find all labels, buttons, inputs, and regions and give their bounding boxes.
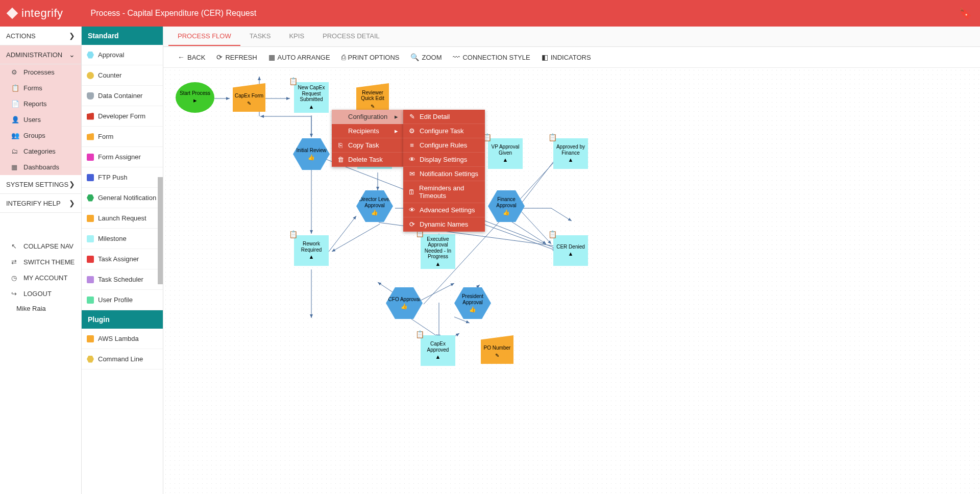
tool-label: FTP Push bbox=[98, 174, 128, 181]
tool-milestone[interactable]: Milestone bbox=[82, 229, 163, 249]
ctx-sub-dynamic-names[interactable]: ⟳Dynamic Names bbox=[403, 217, 485, 232]
node-reviewer-quick-edit[interactable]: 👥 Reviewer Quick Edit ✎ bbox=[356, 83, 389, 112]
node-capex-approved[interactable]: 📋 CapEx Approved ▲ bbox=[421, 335, 455, 366]
toolbar-connection-style[interactable]: 〰CONNECTION STYLE bbox=[453, 53, 530, 61]
tool-data-container[interactable]: Data Container bbox=[82, 86, 163, 106]
nav-item-label: LOGOUT bbox=[23, 290, 52, 298]
node-rework-required[interactable]: 📋 Rework Required ▲ bbox=[294, 235, 329, 266]
tool-task-scheduler[interactable]: Task Scheduler bbox=[82, 269, 163, 290]
users-icon: 👥 bbox=[351, 78, 360, 86]
sidebar-item-users[interactable]: 👤Users bbox=[0, 112, 81, 128]
process-canvas[interactable]: Start Process ▸ 👤 CapEx Form ✎ 📋 New Cap… bbox=[163, 68, 980, 494]
tool-ftp-push[interactable]: FTP Push bbox=[82, 167, 163, 188]
node-approved-by-finance[interactable]: 📋 Approved by Finance ▲ bbox=[553, 138, 588, 169]
sidebar-item-forms[interactable]: 📋Forms bbox=[0, 80, 81, 96]
chevron-down-icon: ⌄ bbox=[69, 51, 75, 59]
toolbar-zoom[interactable]: 🔍ZOOM bbox=[410, 53, 442, 61]
nav-icon: ↪ bbox=[11, 290, 19, 298]
bookmark-icon[interactable]: 🔖 bbox=[959, 7, 972, 19]
nav-section-actions[interactable]: ACTIONS ❯ bbox=[0, 27, 81, 45]
sidebar-item-dashboards[interactable]: ▦Dashboards bbox=[0, 159, 81, 175]
ctx-label: Display Settings bbox=[420, 156, 467, 163]
toolbar-auto-arrange[interactable]: ▦AUTO ARRANGE bbox=[268, 53, 330, 61]
current-user: Mike Raia bbox=[0, 302, 81, 315]
tab-process-detail[interactable]: PROCESS DETAIL bbox=[313, 27, 389, 46]
tool-command-line[interactable]: Command Line bbox=[82, 349, 163, 369]
tool-general-notification[interactable]: General Notification bbox=[82, 188, 163, 208]
sidebar-item-processes[interactable]: ⚙Processes bbox=[0, 64, 81, 80]
tool-aws-lambda[interactable]: AWS Lambda bbox=[82, 329, 163, 349]
tool-counter[interactable]: Counter bbox=[82, 65, 163, 86]
tool-form-assigner[interactable]: Form Assigner bbox=[82, 147, 163, 167]
node-finance-approval[interactable]: 👥 Finance Approval 👍 bbox=[488, 190, 525, 222]
node-vp-approval-given[interactable]: 📋 VP Approval Given ▲ bbox=[488, 138, 523, 169]
tool-approval[interactable]: Approval bbox=[82, 45, 163, 65]
sidebar-item-groups[interactable]: 👥Groups bbox=[0, 128, 81, 143]
ctx-label: Notification Settings bbox=[420, 170, 478, 178]
nav-section-system-settings[interactable]: SYSTEM SETTINGS ❯ bbox=[0, 175, 81, 194]
toolbar-back[interactable]: ←BACK bbox=[178, 53, 205, 61]
node-po-number[interactable]: 👥 PO Number ✎ bbox=[481, 335, 513, 364]
bottom-item-logout[interactable]: ↪LOGOUT bbox=[0, 286, 81, 302]
node-capex-form[interactable]: 👤 CapEx Form ✎ bbox=[233, 83, 265, 112]
chevron-right-icon: ▸ bbox=[395, 127, 398, 135]
ctx-sub-configure-task[interactable]: ⚙Configure Task bbox=[403, 124, 485, 138]
ctx-label: Copy Task bbox=[348, 141, 379, 149]
ctx-sub-reminders-and-timeouts[interactable]: 🗓Reminders and Timeouts bbox=[403, 181, 485, 203]
tab-kpis[interactable]: KPIS bbox=[280, 27, 313, 46]
tab-process-flow[interactable]: PROCESS FLOW bbox=[168, 27, 240, 46]
sidebar-item-reports[interactable]: 📄Reports bbox=[0, 96, 81, 112]
connectors bbox=[163, 68, 980, 494]
ctx-sub-edit-detail[interactable]: ✎Edit Detail bbox=[403, 110, 485, 124]
ctx-sub-advanced-settings[interactable]: 👁Advanced Settings bbox=[403, 203, 485, 217]
ctx-copy-task[interactable]: ⎘Copy Task bbox=[332, 138, 403, 153]
toolbar-refresh[interactable]: ⟳REFRESH bbox=[216, 53, 257, 61]
nav-icon: 👥 bbox=[11, 132, 19, 139]
tool-label: Form Assigner bbox=[98, 153, 141, 161]
tool-task-assigner[interactable]: Task Assigner bbox=[82, 249, 163, 269]
tool-icon bbox=[87, 356, 94, 363]
play-icon: ▸ bbox=[193, 97, 197, 105]
ctx-icon: 👁 bbox=[408, 206, 415, 214]
toolbar-icon: 〰 bbox=[453, 53, 460, 61]
brand-logo[interactable]: integrify bbox=[8, 7, 63, 20]
page-title: Process - Capital Expenditure (CER) Requ… bbox=[91, 9, 257, 18]
bottom-item-collapse-nav[interactable]: ↖COLLAPSE NAV bbox=[0, 238, 81, 254]
nav-icon: 🗂 bbox=[11, 147, 19, 155]
toolbar-icon: ◧ bbox=[542, 53, 548, 61]
scrollbar-thumb[interactable] bbox=[158, 177, 163, 284]
node-cfo-approval[interactable]: 👥 CFO Approval 👍 bbox=[386, 287, 423, 319]
toolbar-indicators[interactable]: ◧INDICATORS bbox=[542, 53, 591, 61]
node-director-approval[interactable]: 👥 Director Level Approval 👍 bbox=[356, 190, 393, 222]
tool-label: Form bbox=[98, 133, 113, 140]
toolbar-print-options[interactable]: ⎙PRINT OPTIONS bbox=[341, 53, 400, 61]
tool-label: Milestone bbox=[98, 235, 127, 242]
triangle-icon: ▲ bbox=[435, 354, 441, 360]
nav-item-label: Reports bbox=[23, 100, 47, 108]
node-cer-denied[interactable]: 📋 CER Denied ▲ bbox=[553, 235, 588, 266]
node-new-request-submitted[interactable]: 📋 New CapEx Request Submitted ▲ bbox=[294, 82, 329, 113]
ctx-label: Dynamic Names bbox=[420, 220, 468, 228]
bottom-item-my-account[interactable]: ◷MY ACCOUNT bbox=[0, 270, 81, 286]
tool-launch-request[interactable]: Launch Request bbox=[82, 208, 163, 229]
ctx-configuration[interactable]: Configuration▸ bbox=[332, 110, 403, 124]
ctx-recipients[interactable]: Recipients▸ bbox=[332, 124, 403, 138]
tool-developer-form[interactable]: Developer Form bbox=[82, 106, 163, 127]
sidebar-item-categories[interactable]: 🗂Categories bbox=[0, 143, 81, 159]
ctx-sub-notification-settings[interactable]: ✉Notification Settings bbox=[403, 167, 485, 181]
nav-section-administration[interactable]: ADMINISTRATION ⌄ bbox=[0, 45, 81, 64]
node-executive-approval[interactable]: 📋 Executive Approval Needed - In Progres… bbox=[421, 234, 455, 269]
node-initial-review[interactable]: 👤 Initial Review 👍 bbox=[293, 138, 330, 170]
tab-tasks[interactable]: TASKS bbox=[240, 27, 280, 46]
bottom-item-switch-theme[interactable]: ⇄SWITCH THEME bbox=[0, 254, 81, 270]
ctx-delete-task[interactable]: 🗑Delete Task bbox=[332, 153, 403, 167]
tool-icon bbox=[87, 52, 94, 59]
tool-user-profile[interactable]: User Profile bbox=[82, 290, 163, 310]
ctx-sub-configure-rules[interactable]: ≡Configure Rules bbox=[403, 138, 485, 153]
ctx-sub-display-settings[interactable]: 👁Display Settings bbox=[403, 153, 485, 167]
nav-section-integrify-help[interactable]: INTEGRIFY HELP ❯ bbox=[0, 194, 81, 213]
node-president-approval[interactable]: 👥 President Approval 👍 bbox=[454, 287, 491, 319]
node-start-process[interactable]: Start Process ▸ bbox=[176, 82, 214, 113]
nav-icon: ◷ bbox=[11, 274, 19, 282]
tool-form[interactable]: Form bbox=[82, 127, 163, 147]
